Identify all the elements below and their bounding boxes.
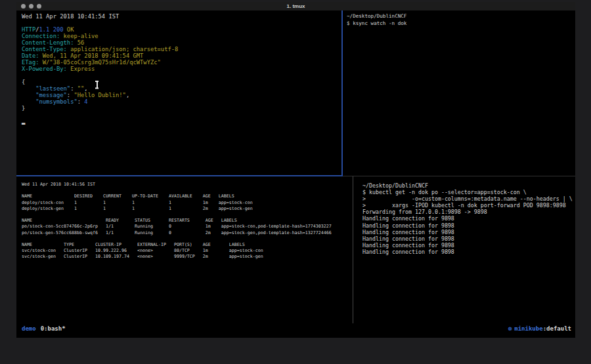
desktop-background: 1. tmux Wed 11 Apr 2018 10:41:54 IST HTT… (0, 0, 591, 364)
terminal-line: ~/Desktop/DublinCNCF (362, 182, 575, 189)
traffic-lights (21, 4, 41, 9)
terminal-line: > -o=custom-columns=:metadata.name --no-… (362, 195, 575, 202)
terminal-line: Handling connection for 9898 (362, 229, 575, 235)
terminal-line (22, 188, 353, 193)
pane-kubectl-get[interactable]: Wed 11 Apr 2018 10:41:56 IST NAME DESIRE… (16, 176, 353, 323)
terminal-line: > xargs -IPOD kubectl -n dok port-forwar… (362, 202, 575, 209)
kubectl-get-output: Wed 11 Apr 2018 10:41:56 IST NAME DESIRE… (16, 176, 353, 260)
ksync-watch-output: ~/Desktop/DublinCNCF$ ksync watch -n dok (343, 10, 575, 27)
terminal-line: Content-Length: 56 (22, 39, 341, 46)
terminal-line: po/stock-con-5cc874766c-2p6rp 1/1 Runnin… (22, 224, 353, 230)
pane-http-response[interactable]: Wed 11 Apr 2018 10:41:54 IST HTTP/1.1 20… (16, 10, 341, 175)
terminal-line: Wed 11 Apr 2018 10:41:54 IST (22, 13, 341, 20)
mouse-cursor-ibeam (95, 81, 99, 89)
terminal-line (22, 20, 341, 26)
zoom-button[interactable] (37, 4, 41, 9)
terminal-line: ETag: W/"38-05coCsrg3mQ75sHr1d/qcWTwYZc" (22, 59, 341, 66)
terminal-line: X-Powered-By: Express (22, 66, 341, 72)
kube-context: minikube (514, 325, 542, 332)
tmux-session: Wed 11 Apr 2018 10:41:54 IST HTTP/1.1 20… (16, 10, 575, 338)
minimize-button[interactable] (29, 4, 33, 9)
terminal-line: "message": "Hello Dublin!", (22, 92, 341, 98)
kube-status: ☸ minikube :default (508, 325, 571, 332)
terminal-line: Wed 11 Apr 2018 10:41:56 IST (22, 182, 353, 188)
terminal-line: svc/stock-gen ClusterIP 10.109.197.74 <n… (22, 254, 353, 260)
terminal-line: ~/Desktop/DublinCNCF (347, 12, 575, 20)
kube-namespace: :default (543, 325, 571, 332)
terminal-line: Handling connection for 9898 (362, 249, 575, 255)
terminal-line: deploy/stock-con 1 1 1 1 1m app=stock-co… (22, 200, 353, 206)
terminal-line: Handling connection for 9898 (362, 222, 575, 229)
terminal-line: "lastseen": "", (22, 85, 341, 92)
terminal-line: Date: Wed, 11 Apr 2018 09:41:54 GMT (22, 52, 341, 59)
tmux-status-bar: demo 0:bash* ☸ minikube :default (16, 324, 575, 333)
terminal-line: Connection: keep-alive (22, 33, 341, 39)
terminal-line (22, 212, 353, 218)
pane-ksync-watch[interactable]: ~/Desktop/DublinCNCF$ ksync watch -n dok (343, 10, 575, 175)
terminal-window: 1. tmux Wed 11 Apr 2018 10:41:54 IST HTT… (16, 2, 575, 338)
terminal-line: NAME DESIRED CURRENT UP-TO-DATE AVAILABL… (22, 193, 353, 199)
terminal-line: $ ksync watch -n dok (347, 20, 575, 27)
close-button[interactable] (21, 4, 26, 9)
terminal-line: po/stock-gen-576cc688bb-swqf6 1/1 Runnin… (22, 230, 353, 236)
active-window-label[interactable]: 0:bash* (41, 325, 66, 332)
pane-port-forward[interactable]: ~/Desktop/DublinCNCF$ kubectl get -n dok… (353, 176, 575, 323)
http-response-output: Wed 11 Apr 2018 10:41:54 IST HTTP/1.1 20… (16, 10, 341, 125)
terminal-line: Handling connection for 9898 (362, 235, 575, 242)
terminal-line (22, 236, 353, 242)
terminal-line: ▂ (22, 118, 341, 125)
terminal-line: { (22, 79, 341, 85)
terminal-line: Handling connection for 9898 (362, 215, 575, 222)
terminal-line (22, 72, 341, 79)
terminal-line: NAME TYPE CLUSTER-IP EXTERNAL-IP PORT(S)… (22, 242, 353, 248)
terminal-line: Forwarding from 127.0.0.1:9898 -> 9898 (362, 209, 575, 215)
terminal-line: $ kubectl get -n dok po --selector=app=s… (362, 189, 575, 195)
kubernetes-wheel-icon: ☸ (508, 326, 512, 332)
terminal-line: HTTP/1.1 200 OK (22, 26, 341, 33)
window-title: 1. tmux (16, 2, 575, 10)
terminal-line: deploy/stock-gen 1 1 1 1 2m app=stock-ge… (22, 206, 353, 212)
window-titlebar[interactable]: 1. tmux (16, 2, 575, 10)
terminal-line (22, 111, 341, 118)
terminal-line: "numsymbols": 4 (22, 98, 341, 105)
port-forward-output: ~/Desktop/DublinCNCF$ kubectl get -n dok… (353, 176, 575, 255)
terminal-line: svc/stock-con ClusterIP 10.99.222.96 <no… (22, 248, 353, 254)
terminal-line: Handling connection for 9898 (362, 242, 575, 249)
terminal-line: NAME READY STATUS RESTARTS AGE LABELS (22, 218, 353, 224)
terminal-line: } (22, 105, 341, 111)
session-name[interactable]: demo (22, 325, 36, 332)
terminal-line: Content-Type: application/json; charset=… (22, 46, 341, 52)
